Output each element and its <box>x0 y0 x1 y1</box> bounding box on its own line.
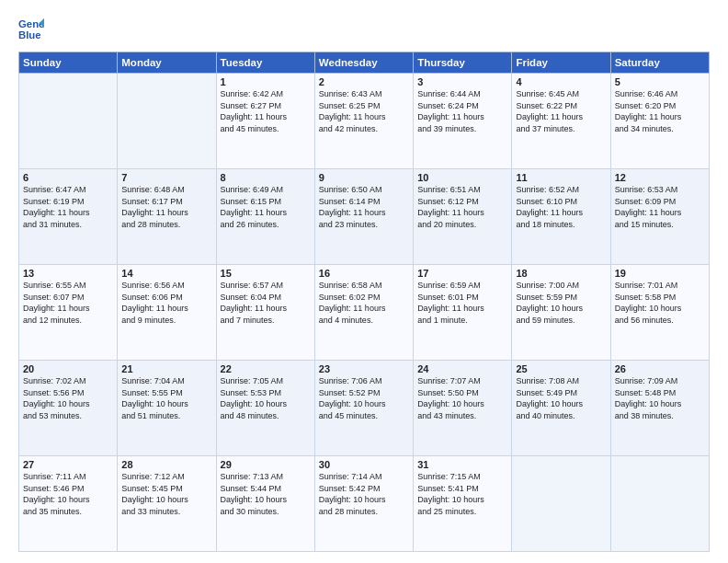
calendar-week-row: 20Sunrise: 7:02 AM Sunset: 5:56 PM Dayli… <box>19 361 710 456</box>
day-number: 22 <box>221 363 311 374</box>
day-number: 7 <box>121 172 211 183</box>
calendar-cell: 24Sunrise: 7:07 AM Sunset: 5:50 PM Dayli… <box>414 361 512 456</box>
day-number: 8 <box>221 172 311 183</box>
calendar-cell: 17Sunrise: 6:59 AM Sunset: 6:01 PM Dayli… <box>414 265 512 361</box>
calendar-cell: 26Sunrise: 7:09 AM Sunset: 5:48 PM Dayli… <box>610 361 709 456</box>
calendar-cell: 21Sunrise: 7:04 AM Sunset: 5:55 PM Dayli… <box>118 361 216 456</box>
day-info: Sunrise: 6:45 AM Sunset: 6:22 PM Dayligh… <box>516 88 606 134</box>
day-info: Sunrise: 7:13 AM Sunset: 5:44 PM Dayligh… <box>221 471 311 517</box>
day-number: 27 <box>23 459 113 470</box>
day-info: Sunrise: 6:58 AM Sunset: 6:02 PM Dayligh… <box>319 280 409 326</box>
day-info: Sunrise: 7:14 AM Sunset: 5:42 PM Dayligh… <box>319 471 409 517</box>
day-info: Sunrise: 7:01 AM Sunset: 5:58 PM Dayligh… <box>615 280 705 326</box>
calendar-cell: 18Sunrise: 7:00 AM Sunset: 5:59 PM Dayli… <box>512 265 610 361</box>
day-number: 17 <box>417 268 507 279</box>
calendar-cell: 20Sunrise: 7:02 AM Sunset: 5:56 PM Dayli… <box>19 361 118 456</box>
day-info: Sunrise: 6:49 AM Sunset: 6:15 PM Dayligh… <box>221 184 311 230</box>
day-info: Sunrise: 6:53 AM Sunset: 6:09 PM Dayligh… <box>615 184 705 230</box>
day-info: Sunrise: 6:56 AM Sunset: 6:06 PM Dayligh… <box>121 280 211 326</box>
calendar-cell: 9Sunrise: 6:50 AM Sunset: 6:14 PM Daylig… <box>314 169 413 265</box>
calendar-cell: 4Sunrise: 6:45 AM Sunset: 6:22 PM Daylig… <box>512 74 610 169</box>
day-number: 14 <box>121 268 211 279</box>
day-info: Sunrise: 6:55 AM Sunset: 6:07 PM Dayligh… <box>23 280 113 326</box>
day-info: Sunrise: 7:09 AM Sunset: 5:48 PM Dayligh… <box>615 375 705 421</box>
day-number: 16 <box>319 268 409 279</box>
day-info: Sunrise: 6:57 AM Sunset: 6:04 PM Dayligh… <box>221 280 311 326</box>
calendar-cell: 10Sunrise: 6:51 AM Sunset: 6:12 PM Dayli… <box>414 169 512 265</box>
weekday-header: Monday <box>118 52 216 74</box>
day-info: Sunrise: 7:05 AM Sunset: 5:53 PM Dayligh… <box>221 375 311 421</box>
weekday-header: Thursday <box>414 52 512 74</box>
day-number: 6 <box>23 172 113 183</box>
calendar-cell: 29Sunrise: 7:13 AM Sunset: 5:44 PM Dayli… <box>216 456 314 552</box>
calendar-cell: 1Sunrise: 6:42 AM Sunset: 6:27 PM Daylig… <box>216 74 314 169</box>
day-info: Sunrise: 6:42 AM Sunset: 6:27 PM Dayligh… <box>221 88 311 134</box>
calendar-cell: 28Sunrise: 7:12 AM Sunset: 5:45 PM Dayli… <box>118 456 216 552</box>
weekday-header: Tuesday <box>216 52 314 74</box>
day-number: 13 <box>23 268 113 279</box>
logo-icon: General Blue <box>18 17 44 42</box>
day-info: Sunrise: 7:12 AM Sunset: 5:45 PM Dayligh… <box>121 471 211 517</box>
calendar-cell <box>512 456 610 552</box>
day-number: 24 <box>417 363 507 374</box>
calendar-cell: 6Sunrise: 6:47 AM Sunset: 6:19 PM Daylig… <box>19 169 118 265</box>
header-row: SundayMondayTuesdayWednesdayThursdayFrid… <box>19 52 710 74</box>
day-number: 30 <box>319 459 409 470</box>
day-number: 9 <box>319 172 409 183</box>
calendar-week-row: 13Sunrise: 6:55 AM Sunset: 6:07 PM Dayli… <box>19 265 710 361</box>
day-number: 26 <box>615 363 705 374</box>
day-number: 1 <box>221 76 311 87</box>
day-info: Sunrise: 7:02 AM Sunset: 5:56 PM Dayligh… <box>23 375 113 421</box>
calendar-cell: 19Sunrise: 7:01 AM Sunset: 5:58 PM Dayli… <box>610 265 709 361</box>
calendar-cell: 16Sunrise: 6:58 AM Sunset: 6:02 PM Dayli… <box>314 265 413 361</box>
calendar-cell: 11Sunrise: 6:52 AM Sunset: 6:10 PM Dayli… <box>512 169 610 265</box>
calendar-cell: 7Sunrise: 6:48 AM Sunset: 6:17 PM Daylig… <box>118 169 216 265</box>
day-number: 10 <box>417 172 507 183</box>
day-info: Sunrise: 7:00 AM Sunset: 5:59 PM Dayligh… <box>516 280 606 326</box>
day-number: 28 <box>121 459 211 470</box>
calendar-cell: 2Sunrise: 6:43 AM Sunset: 6:25 PM Daylig… <box>314 74 413 169</box>
day-number: 3 <box>417 76 507 87</box>
day-number: 20 <box>23 363 113 374</box>
svg-text:Blue: Blue <box>18 29 41 40</box>
day-number: 19 <box>615 268 705 279</box>
day-number: 5 <box>615 76 705 87</box>
day-info: Sunrise: 6:44 AM Sunset: 6:24 PM Dayligh… <box>417 88 507 134</box>
calendar-cell: 30Sunrise: 7:14 AM Sunset: 5:42 PM Dayli… <box>314 456 413 552</box>
calendar-table: SundayMondayTuesdayWednesdayThursdayFrid… <box>18 52 710 552</box>
day-number: 2 <box>319 76 409 87</box>
day-info: Sunrise: 7:15 AM Sunset: 5:41 PM Dayligh… <box>417 471 507 517</box>
weekday-header: Wednesday <box>314 52 413 74</box>
calendar-week-row: 6Sunrise: 6:47 AM Sunset: 6:19 PM Daylig… <box>19 169 710 265</box>
weekday-header: Sunday <box>19 52 118 74</box>
day-info: Sunrise: 6:48 AM Sunset: 6:17 PM Dayligh… <box>121 184 211 230</box>
calendar-cell: 14Sunrise: 6:56 AM Sunset: 6:06 PM Dayli… <box>118 265 216 361</box>
day-number: 31 <box>417 459 507 470</box>
weekday-header: Friday <box>512 52 610 74</box>
day-info: Sunrise: 7:11 AM Sunset: 5:46 PM Dayligh… <box>23 471 113 517</box>
day-info: Sunrise: 6:43 AM Sunset: 6:25 PM Dayligh… <box>319 88 409 134</box>
day-info: Sunrise: 6:59 AM Sunset: 6:01 PM Dayligh… <box>417 280 507 326</box>
day-info: Sunrise: 6:46 AM Sunset: 6:20 PM Dayligh… <box>615 88 705 134</box>
day-info: Sunrise: 6:51 AM Sunset: 6:12 PM Dayligh… <box>417 184 507 230</box>
day-info: Sunrise: 7:06 AM Sunset: 5:52 PM Dayligh… <box>319 375 409 421</box>
calendar-cell: 23Sunrise: 7:06 AM Sunset: 5:52 PM Dayli… <box>314 361 413 456</box>
page: General Blue SundayMondayTuesdayWednesda… <box>0 0 728 563</box>
day-number: 15 <box>221 268 311 279</box>
calendar-cell: 22Sunrise: 7:05 AM Sunset: 5:53 PM Dayli… <box>216 361 314 456</box>
svg-text:General: General <box>18 18 44 29</box>
day-info: Sunrise: 6:47 AM Sunset: 6:19 PM Dayligh… <box>23 184 113 230</box>
day-info: Sunrise: 7:04 AM Sunset: 5:55 PM Dayligh… <box>121 375 211 421</box>
day-number: 25 <box>516 363 606 374</box>
day-info: Sunrise: 7:07 AM Sunset: 5:50 PM Dayligh… <box>417 375 507 421</box>
calendar-cell: 25Sunrise: 7:08 AM Sunset: 5:49 PM Dayli… <box>512 361 610 456</box>
calendar-cell: 3Sunrise: 6:44 AM Sunset: 6:24 PM Daylig… <box>414 74 512 169</box>
calendar-week-row: 1Sunrise: 6:42 AM Sunset: 6:27 PM Daylig… <box>19 74 710 169</box>
day-number: 21 <box>121 363 211 374</box>
day-number: 29 <box>221 459 311 470</box>
day-number: 18 <box>516 268 606 279</box>
calendar-cell <box>19 74 118 169</box>
calendar-cell: 27Sunrise: 7:11 AM Sunset: 5:46 PM Dayli… <box>19 456 118 552</box>
day-info: Sunrise: 6:52 AM Sunset: 6:10 PM Dayligh… <box>516 184 606 230</box>
calendar-week-row: 27Sunrise: 7:11 AM Sunset: 5:46 PM Dayli… <box>19 456 710 552</box>
